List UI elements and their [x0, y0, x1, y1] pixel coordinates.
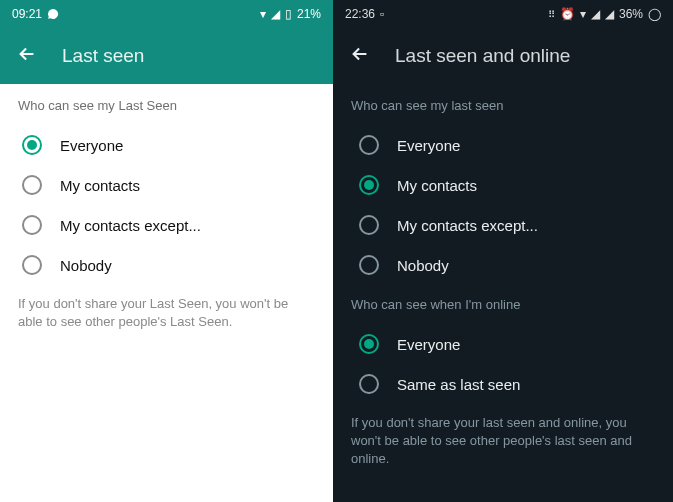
- radio-icon: [22, 255, 42, 275]
- screenshot-left: 09:21 ▾ ◢ ▯ 21% Last seen Who can see my…: [0, 0, 333, 502]
- option-label: My contacts except...: [60, 217, 201, 234]
- wifi-icon: ▾: [260, 7, 266, 21]
- wifi-icon: ▾: [580, 7, 586, 21]
- status-time: 09:21: [12, 7, 42, 21]
- radio-icon: [22, 175, 42, 195]
- option-online-everyone[interactable]: Everyone: [351, 324, 655, 364]
- footer-note: If you don't share your Last Seen, you w…: [18, 295, 315, 331]
- status-bar: 09:21 ▾ ◢ ▯ 21%: [0, 0, 333, 28]
- radio-icon: [359, 255, 379, 275]
- option-nobody[interactable]: Nobody: [351, 245, 655, 285]
- page-title: Last seen and online: [395, 45, 570, 67]
- radio-icon: [359, 374, 379, 394]
- status-time: 22:36: [345, 7, 375, 21]
- option-nobody[interactable]: Nobody: [18, 245, 315, 285]
- back-icon[interactable]: [349, 43, 371, 69]
- section-label-2: Who can see when I'm online: [351, 297, 655, 312]
- radio-icon: [22, 215, 42, 235]
- signal-icon: ◢: [591, 7, 600, 21]
- status-bar: 22:36 ▫ ⠿ ⏰ ▾ ◢ ◢ 36% ◯: [333, 0, 673, 28]
- section-label-1: Who can see my last seen: [351, 98, 655, 113]
- option-label: My contacts: [397, 177, 477, 194]
- header: Last seen: [0, 28, 333, 84]
- signal-icon-2: ◢: [605, 7, 614, 21]
- app-indicator-icon: ▫: [380, 7, 384, 21]
- option-label: Same as last seen: [397, 376, 520, 393]
- content: Who can see my last seen Everyone My con…: [333, 84, 673, 483]
- option-my-contacts[interactable]: My contacts: [18, 165, 315, 205]
- section-label: Who can see my Last Seen: [18, 98, 315, 113]
- option-everyone[interactable]: Everyone: [18, 125, 315, 165]
- option-my-contacts[interactable]: My contacts: [351, 165, 655, 205]
- content: Who can see my Last Seen Everyone My con…: [0, 84, 333, 345]
- alarm-icon: ⏰: [560, 7, 575, 21]
- option-online-same-as-last-seen[interactable]: Same as last seen: [351, 364, 655, 404]
- battery-text: 21%: [297, 7, 321, 21]
- battery-icon: ▯: [285, 7, 292, 21]
- option-everyone[interactable]: Everyone: [351, 125, 655, 165]
- whatsapp-icon: [47, 8, 59, 20]
- option-label: Everyone: [397, 336, 460, 353]
- radio-icon: [359, 215, 379, 235]
- battery-icon: ◯: [648, 7, 661, 21]
- option-label: Everyone: [60, 137, 123, 154]
- radio-icon: [22, 135, 42, 155]
- radio-icon: [359, 334, 379, 354]
- option-label: Nobody: [60, 257, 112, 274]
- option-my-contacts-except[interactable]: My contacts except...: [18, 205, 315, 245]
- option-label: Nobody: [397, 257, 449, 274]
- back-icon[interactable]: [16, 43, 38, 69]
- radio-icon: [359, 175, 379, 195]
- option-label: Everyone: [397, 137, 460, 154]
- battery-text: 36%: [619, 7, 643, 21]
- minor-icon: ⠿: [548, 9, 555, 20]
- option-label: My contacts except...: [397, 217, 538, 234]
- footer-note: If you don't share your last seen and on…: [351, 414, 655, 469]
- signal-icon: ◢: [271, 7, 280, 21]
- header: Last seen and online: [333, 28, 673, 84]
- screenshot-right: 22:36 ▫ ⠿ ⏰ ▾ ◢ ◢ 36% ◯ Last seen and on…: [333, 0, 673, 502]
- option-label: My contacts: [60, 177, 140, 194]
- radio-icon: [359, 135, 379, 155]
- page-title: Last seen: [62, 45, 144, 67]
- option-my-contacts-except[interactable]: My contacts except...: [351, 205, 655, 245]
